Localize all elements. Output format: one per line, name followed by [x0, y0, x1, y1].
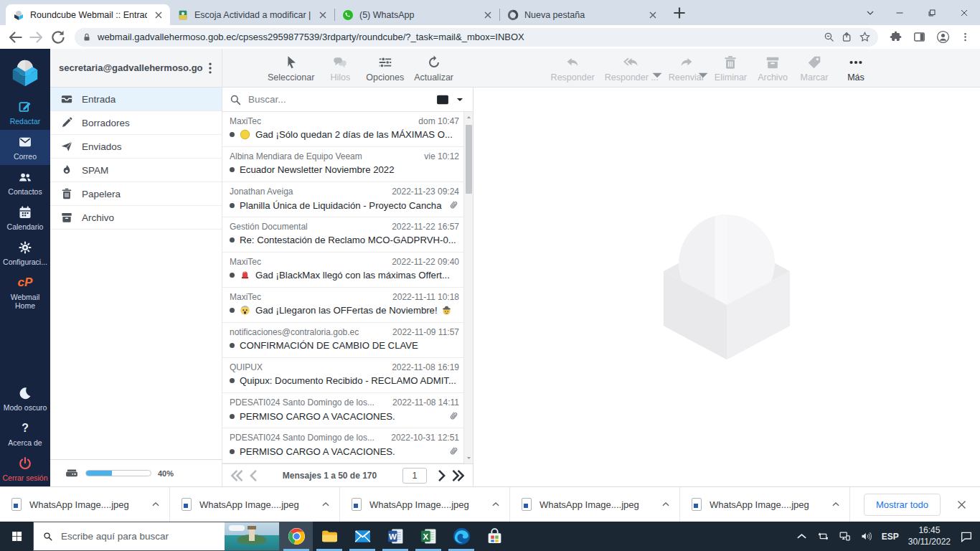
- download-chip[interactable]: WhatsApp Image....jpeg: [680, 487, 850, 522]
- back-icon[interactable]: [6, 28, 24, 47]
- download-chip[interactable]: WhatsApp Image....jpeg: [340, 487, 510, 522]
- sidebar-item-configuraci-[interactable]: Configuraci...: [0, 235, 50, 270]
- download-caret-icon[interactable]: [831, 499, 841, 509]
- taskbar-clock[interactable]: 16:45 30/11/2022: [908, 525, 951, 547]
- taskbar-app-store[interactable]: [478, 522, 511, 551]
- toolbar-button-responder[interactable]: Responder: [546, 49, 600, 87]
- download-chip[interactable]: WhatsApp Image....jpeg: [0, 487, 170, 522]
- tab-close-icon[interactable]: [317, 9, 329, 21]
- message-list-scrollbar[interactable]: [463, 112, 473, 463]
- download-caret-icon[interactable]: [491, 499, 501, 509]
- reload-icon[interactable]: [49, 28, 67, 47]
- message-row[interactable]: PDESATI024 Santo Domingo de los...2022-1…: [222, 428, 463, 463]
- tab-close-icon[interactable]: [647, 9, 659, 21]
- start-button[interactable]: [0, 522, 33, 551]
- search-scope-caret-icon[interactable]: [455, 95, 465, 105]
- folder-item-archivo[interactable]: Archivo: [50, 206, 222, 230]
- message-row[interactable]: Gestión Documental2022-11-22 16:57Re: Co…: [222, 217, 463, 253]
- scroll-up-icon[interactable]: [466, 115, 471, 120]
- sidebar-item-calendario[interactable]: Calendario: [0, 200, 50, 235]
- message-row[interactable]: MaxiTecdom 10:47Gad ¡Sólo quedan 2 días …: [222, 112, 463, 147]
- folder-item-spam[interactable]: SPAM: [50, 159, 222, 182]
- taskbar-app-explorer[interactable]: [313, 522, 346, 551]
- search-scope-icon[interactable]: [435, 93, 450, 107]
- taskbar-app-word[interactable]: W: [379, 522, 412, 551]
- new-tab-icon[interactable]: [670, 4, 689, 22]
- prev-page-icon[interactable]: [245, 468, 263, 483]
- roundcube-logo[interactable]: [9, 56, 42, 89]
- message-row[interactable]: Jonathan Aveiga2022-11-23 09:24Planilla …: [222, 182, 463, 217]
- toolbar-button-seleccionar[interactable]: Seleccionar: [263, 49, 319, 87]
- maximize-button[interactable]: [915, 0, 948, 25]
- sidebar-item-acerca-de[interactable]: ?Acerca de: [0, 416, 50, 451]
- browser-tab[interactable]: Roundcube Webmail :: Entrada: [6, 4, 170, 25]
- message-row[interactable]: Albina Mendiara de Equipo Veeamvie 10:12…: [222, 147, 463, 182]
- taskbar-app-chrome[interactable]: [280, 522, 313, 551]
- toolbar-button-marcar[interactable]: Marcar: [793, 49, 835, 87]
- browser-menu-icon[interactable]: [960, 30, 971, 44]
- browser-tab[interactable]: Escoja Actividad a modificar | Inf: [170, 4, 334, 25]
- account-header[interactable]: secretaria@gadvallehermoso.go...: [50, 49, 222, 88]
- account-menu-icon[interactable]: [203, 61, 217, 75]
- message-row[interactable]: QUIPUX2022-11-08 16:19Quipux: Documento …: [222, 358, 463, 393]
- zoom-indicator-icon[interactable]: [823, 31, 835, 43]
- tab-close-icon[interactable]: [153, 9, 164, 21]
- toolbar-button-actualizar[interactable]: Actualizar: [409, 49, 458, 87]
- sidebar-item-cerrar-sesi-n[interactable]: Cerrar sesión: [0, 451, 50, 486]
- download-caret-icon[interactable]: [321, 499, 331, 509]
- search-highlight-image[interactable]: [225, 522, 279, 550]
- last-page-icon[interactable]: [450, 468, 467, 483]
- sidebar-item-contactos[interactable]: Contactos: [0, 165, 50, 200]
- download-chip[interactable]: WhatsApp Image....jpeg: [510, 487, 680, 522]
- download-caret-icon[interactable]: [661, 499, 671, 509]
- taskbar-app-excel[interactable]: X: [412, 522, 445, 551]
- page-number-input[interactable]: [402, 468, 427, 484]
- scroll-down-icon[interactable]: [466, 456, 471, 461]
- taskbar-search[interactable]: [33, 522, 280, 551]
- message-row[interactable]: MaxiTec2022-11-11 10:18Gad ¡Llegaron las…: [222, 288, 463, 323]
- toolbar-button-responder[interactable]: Responder ...: [600, 49, 664, 87]
- first-page-icon[interactable]: [228, 468, 245, 483]
- side-panel-icon[interactable]: [913, 30, 926, 44]
- toolbar-button-hilos[interactable]: Hilos: [319, 49, 361, 87]
- dropdown-caret-icon[interactable]: [649, 67, 665, 83]
- share-icon[interactable]: [841, 31, 853, 43]
- sidebar-item-correo[interactable]: Correo: [0, 130, 50, 165]
- toolbar-button-reenviar[interactable]: Reenviar: [664, 49, 710, 87]
- download-chip[interactable]: WhatsApp Image....jpeg: [170, 487, 340, 522]
- close-downloads-bar-icon[interactable]: [956, 499, 967, 510]
- minimize-button[interactable]: [883, 0, 915, 25]
- folder-item-papelera[interactable]: Papelera: [50, 182, 222, 206]
- display-sync-icon[interactable]: [817, 530, 829, 542]
- folder-item-entrada[interactable]: Entrada: [50, 88, 222, 111]
- extensions-icon[interactable]: [889, 30, 903, 44]
- dropdown-caret-icon[interactable]: [695, 67, 711, 83]
- taskbar-app-mail[interactable]: [346, 522, 379, 551]
- toolbar-button-m-s[interactable]: Más: [835, 49, 877, 87]
- close-window-button[interactable]: [948, 0, 980, 25]
- folder-item-enviados[interactable]: Enviados: [50, 135, 222, 159]
- folder-item-borradores[interactable]: Borradores: [50, 111, 222, 135]
- message-row[interactable]: MaxiTec2022-11-22 09:40Gad ¡BlackMax lle…: [222, 253, 463, 288]
- show-all-downloads-button[interactable]: Mostrar todo: [864, 494, 941, 516]
- taskbar-app-edge[interactable]: [445, 522, 478, 551]
- download-caret-icon[interactable]: [151, 499, 161, 509]
- hidden-icons-chevron-icon[interactable]: [796, 530, 808, 542]
- sidebar-item-webmail-home[interactable]: cPWebmail Home: [0, 270, 50, 314]
- bookmark-star-icon[interactable]: [859, 31, 871, 43]
- sidebar-item-modo-oscuro[interactable]: Modo oscuro: [0, 381, 50, 416]
- profile-avatar[interactable]: [936, 30, 950, 44]
- toolbar-button-opciones[interactable]: Opciones: [361, 49, 409, 87]
- toolbar-button-eliminar[interactable]: Eliminar: [710, 49, 752, 87]
- volume-icon[interactable]: [860, 530, 872, 542]
- message-row[interactable]: PDESATI024 Santo Domingo de los...2022-1…: [222, 393, 463, 428]
- url-text[interactable]: webmail.gadvallehermoso.gob.ec/cpsess295…: [98, 32, 817, 42]
- tab-search-chevron-icon[interactable]: [857, 0, 883, 25]
- forward-icon[interactable]: [27, 28, 46, 47]
- address-bar[interactable]: webmail.gadvallehermoso.gob.ec/cpsess295…: [75, 28, 878, 47]
- next-page-icon[interactable]: [433, 468, 450, 483]
- toolbar-button-archivo[interactable]: Archivo: [752, 49, 793, 87]
- scrollbar-thumb[interactable]: [466, 125, 472, 194]
- message-row[interactable]: notificaciones@contraloria.gob.ec2022-11…: [222, 323, 463, 358]
- search-input[interactable]: [247, 93, 430, 105]
